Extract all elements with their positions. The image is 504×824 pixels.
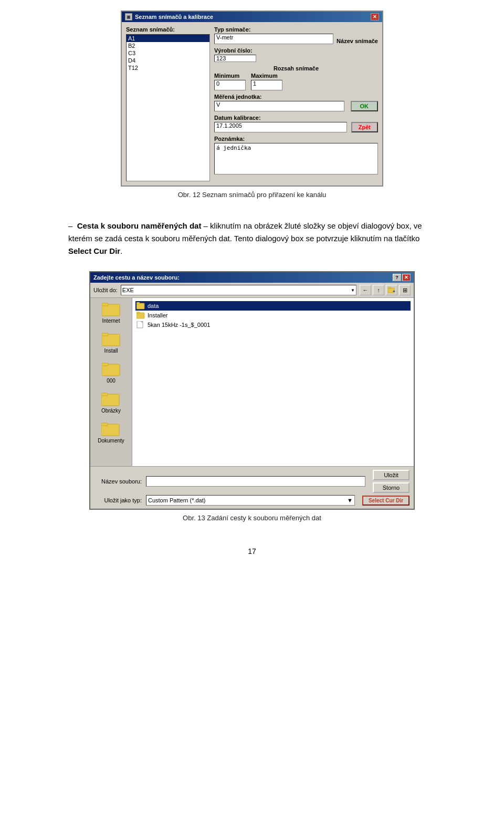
maximum-value: 1: [253, 80, 256, 87]
rozsah-title: Rozsah snímače: [214, 65, 378, 71]
minimum-value: 0: [216, 80, 219, 87]
svg-text:+: +: [393, 289, 395, 293]
dialog1-right-panel: Typ snímače: V-metr Název snímače Výrobn…: [214, 26, 378, 181]
ok-button[interactable]: OK: [351, 101, 379, 111]
page-number: 17: [68, 547, 436, 555]
save-to-label: Uložit do:: [93, 287, 118, 293]
dialog2-bottom: Název souboru: Uložit Storno Uložit jako…: [90, 466, 414, 509]
merena-jednotka-group: Měřená jednotka: V OK: [214, 94, 378, 111]
range-inputs: 0 1: [214, 80, 378, 90]
merena-jednotka-label: Měřená jednotka:: [214, 94, 378, 100]
vyrobni-cislo-group: Výrobní číslo: 123: [214, 47, 378, 62]
typ-snimace-row: V-metr Název snímače: [214, 34, 378, 44]
dialog1-app-icon: ▣: [125, 13, 132, 20]
poznamka-group: Poznámka: á jednička: [214, 136, 378, 174]
nazev-souboru-input[interactable]: [146, 476, 365, 487]
poznamka-label: Poznámka:: [214, 136, 378, 142]
toolbar-back-button[interactable]: ←: [360, 285, 371, 295]
sidebar-item-000[interactable]: 000: [102, 362, 121, 384]
list-item[interactable]: C3: [127, 49, 209, 57]
nazev-souboru-label: Název souboru:: [94, 478, 142, 485]
svg-rect-8: [102, 363, 108, 366]
dialog1-title: Seznam snímačů a kalibrace: [135, 14, 213, 20]
dialog2-toolbar: Uložit do: EXE ▼ ← ↑ + ⊞: [90, 283, 414, 298]
bottom-buttons: Uložit Storno: [373, 470, 410, 493]
file-5kan-name: 5kan 15kHz -1s_$_0001: [148, 322, 210, 328]
dialog1-left-panel: Seznam snímačů: A1 B2 C3 D4 T12: [126, 26, 210, 181]
svg-rect-4: [102, 303, 108, 306]
vyrobni-cislo-value: 123: [216, 55, 226, 61]
save-to-combo[interactable]: EXE ▼: [121, 285, 356, 295]
dialog2-titlebar: Zadejte cestu a název souboru: ? ✕: [90, 272, 414, 283]
ulozit-jako-row: Uložit jako typ: Custom Pattern (*.dat) …: [94, 495, 410, 506]
sidebar-item-install[interactable]: Install: [102, 332, 121, 354]
file-list[interactable]: data Installer 5k: [132, 298, 414, 466]
file-data-name: data: [148, 303, 159, 309]
storno-button[interactable]: Storno: [373, 482, 410, 493]
rozsah-snimace-group: Rozsah snímače Minimum Maximum 0 1: [214, 65, 378, 90]
sidebar-000-label: 000: [107, 378, 116, 384]
dialog1-close-button[interactable]: ✕: [371, 13, 379, 20]
body-paragraph: – Cesta k souboru naměřených dat – klikn…: [68, 220, 436, 258]
svg-rect-12: [101, 423, 108, 426]
range-labels: Minimum Maximum: [214, 73, 378, 79]
dialog2-zadejte-cestu: Zadejte cestu a název souboru: ? ✕ Uloži…: [89, 271, 415, 510]
snimac-listbox[interactable]: A1 B2 C3 D4 T12: [126, 34, 210, 181]
toolbar-up-button[interactable]: ↑: [373, 285, 384, 295]
maximum-input[interactable]: 1: [251, 80, 282, 90]
sidebar-internet-label: Internet: [102, 318, 120, 324]
sidebar-item-internet[interactable]: Internet: [102, 302, 121, 324]
sidebar-dokumenty-label: Dokumenty: [98, 438, 124, 444]
typ-snimace-input[interactable]: V-metr: [214, 34, 333, 44]
select-cur-dir-area: Select Cur Dir: [362, 496, 410, 506]
ulozit-jako-combo[interactable]: Custom Pattern (*.dat) ▼: [146, 495, 355, 506]
dialog1-body: Seznam snímačů: A1 B2 C3 D4 T12 Typ sním…: [122, 22, 382, 186]
list-item[interactable]: T12: [127, 64, 209, 71]
dialog1-titlebar-left: ▣ Seznam snímačů a kalibrace: [125, 13, 213, 20]
minimum-input[interactable]: 0: [214, 80, 246, 90]
datum-kalibrace-group: Datum kalibrace: 17.1.2005 Zpět: [214, 115, 378, 132]
list-label: Seznam snímačů:: [126, 26, 210, 33]
poznamka-input[interactable]: á jednička: [214, 143, 378, 174]
vyrobni-cislo-input[interactable]: 123: [214, 55, 256, 62]
body-text-end: .: [120, 246, 122, 255]
dialog1-seznam-snimacú: ▣ Seznam snímačů a kalibrace ✕ Seznam sn…: [121, 11, 383, 187]
dialog2-sidebar: Internet Install 000: [90, 298, 132, 466]
toolbar-view-button[interactable]: ⊞: [399, 285, 411, 295]
vyrobni-cislo-label: Výrobní číslo:: [214, 47, 378, 54]
dialog2-title: Zadejte cestu a název souboru:: [93, 274, 180, 281]
body-text-section: – Cesta k souboru naměřených dat – klikn…: [68, 220, 436, 262]
nazev-snimace-label: Název snímače: [337, 38, 378, 44]
svg-rect-14: [136, 302, 140, 304]
dash-char: –: [68, 221, 77, 230]
sidebar-obrazky-label: Obrázky: [101, 408, 121, 414]
list-item[interactable]: A1: [127, 35, 209, 42]
select-cur-dir-button[interactable]: Select Cur Dir: [362, 496, 410, 506]
dialog1-caption: Obr. 12 Seznam snímačů pro přiřazení ke …: [68, 191, 436, 199]
cesta-souboru-bold: Cesta k souboru naměřených dat: [77, 221, 202, 230]
file-item-5kan[interactable]: 5kan 15kHz -1s_$_0001: [135, 320, 411, 329]
merena-jednotka-input[interactable]: V: [214, 101, 344, 111]
dialog1-wrapper: ▣ Seznam snímačů a kalibrace ✕ Seznam sn…: [68, 11, 436, 209]
combo-arrow-icon: ▼: [351, 288, 355, 293]
datum-kalibrace-input[interactable]: 17.1.2005: [214, 122, 347, 132]
dialog2-titlebar-buttons: ? ✕: [393, 274, 411, 281]
list-item[interactable]: D4: [127, 57, 209, 64]
dialog2-close-button[interactable]: ✕: [402, 274, 411, 281]
sidebar-item-obrazky[interactable]: Obrázky: [101, 392, 121, 414]
ulozit-button[interactable]: Uložit: [373, 470, 410, 480]
zpet-button[interactable]: Zpět: [351, 122, 378, 132]
nazev-row: Název souboru: Uložit Storno: [94, 470, 410, 493]
file-item-installer[interactable]: Installer: [135, 311, 411, 320]
toolbar-newfolder-button[interactable]: +: [386, 285, 397, 295]
list-item[interactable]: B2: [127, 42, 209, 49]
file-item-data[interactable]: data: [135, 301, 411, 311]
save-to-value: EXE: [122, 287, 134, 293]
sidebar-item-dokumenty[interactable]: Dokumenty: [98, 422, 124, 444]
dialog2-help-button[interactable]: ?: [393, 274, 401, 281]
svg-rect-16: [136, 312, 140, 314]
ulozit-jako-value: Custom Pattern (*.dat): [148, 497, 205, 503]
toolbar-icon-group: ← ↑ + ⊞: [360, 285, 411, 295]
right-buttons: OK: [351, 101, 379, 111]
datum-kalibrace-label: Datum kalibrace:: [214, 115, 378, 121]
